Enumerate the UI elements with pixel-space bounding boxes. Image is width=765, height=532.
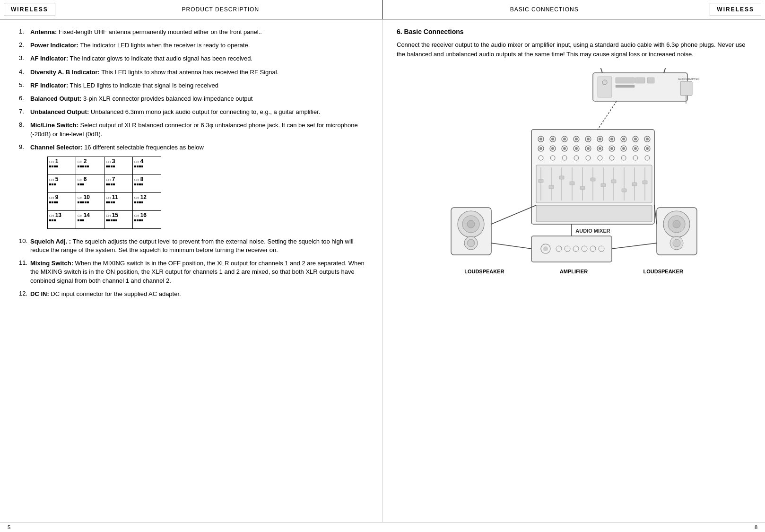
svg-point-50 xyxy=(622,147,625,150)
loudspeaker-right-label: LOUDSPEAKER xyxy=(643,269,683,274)
svg-point-22 xyxy=(575,138,578,140)
channel-cell: CH 7 xyxy=(104,174,133,192)
list-num: 8. xyxy=(19,121,30,128)
list-content: Antenna: Fixed-length UHF antenna perman… xyxy=(30,28,368,36)
list-num: 6. xyxy=(19,95,30,102)
list-item: 6. Balanced Output: 3-pin XLR connector … xyxy=(19,95,368,103)
list-item: 1. Antenna: Fixed-length UHF antenna per… xyxy=(19,28,368,36)
svg-point-30 xyxy=(622,138,625,140)
svg-rect-81 xyxy=(580,186,585,190)
list-content: RF Indicator: This LED lights to indicat… xyxy=(30,81,368,90)
svg-point-40 xyxy=(563,147,566,150)
channel-row: CH 1 CH 2 CH 3 CH 4 xyxy=(48,157,161,174)
list-content: Diversity A. B Indicator: This LED light… xyxy=(30,68,368,77)
channel-cell: CH 12 xyxy=(133,192,161,210)
page-num-left: 5 xyxy=(8,524,10,530)
svg-line-115 xyxy=(491,243,531,249)
list-num: 5. xyxy=(19,81,30,88)
bottom-labels: LOUDSPEAKER AMPLIFIER LOUDSPEAKER xyxy=(437,269,711,274)
svg-rect-3 xyxy=(616,78,635,83)
list-label: DC IN: xyxy=(30,290,49,297)
svg-rect-79 xyxy=(559,176,564,179)
channel-cell: CH 11 xyxy=(104,192,133,210)
svg-rect-12 xyxy=(680,81,692,96)
diagram-area: ALSO ADAPTER xyxy=(397,68,751,514)
header-product-desc-label: PRODUCT DESCRIPTION xyxy=(59,0,382,19)
channel-cell: CH 1 xyxy=(48,157,76,174)
channel-cell: CH 16 xyxy=(133,210,161,228)
list-content: DC IN: DC input connector for the suppli… xyxy=(30,290,368,298)
list-label: Channel Selector: xyxy=(30,144,83,151)
channel-row: CH 5 CH 6 CH 7 CH 8 xyxy=(48,174,161,192)
section-body: Connect the receiver output to the audio… xyxy=(397,40,751,59)
svg-point-36 xyxy=(539,147,542,150)
svg-rect-77 xyxy=(539,179,543,183)
product-description-list: 1. Antenna: Fixed-length UHF antenna per… xyxy=(19,28,368,152)
channel-cell: CH 6 xyxy=(76,174,104,192)
channel-cell: CH 14 xyxy=(76,210,104,228)
svg-point-95 xyxy=(467,239,475,247)
channel-cell: CH 13 xyxy=(48,210,76,228)
channel-cell: CH 15 xyxy=(104,210,133,228)
list-item: 8. Mic/Line Switch: Select output of XLR… xyxy=(19,121,368,138)
channel-row: CH 13 CH 14 CH 15 CH 16 xyxy=(48,210,161,228)
list-label: Diversity A. B Indicator: xyxy=(30,69,100,76)
channel-row: CH 9 CH 10 CH 11 CH 12 xyxy=(48,192,161,210)
header-wireless-left-label: WIRELESS xyxy=(4,3,55,16)
list-label: AF Indicator: xyxy=(30,55,68,62)
list-item: 11. Mixing Switch: When the MIXING switc… xyxy=(19,259,368,285)
svg-point-24 xyxy=(587,138,590,140)
list-num: 2. xyxy=(19,41,30,48)
list-num: 10. xyxy=(19,237,30,244)
product-description-list-lower: 10. Squelch Adj. : The squelch adjusts t… xyxy=(19,237,368,298)
svg-rect-88 xyxy=(536,205,652,222)
list-content: Squelch Adj. : The squelch adjusts the o… xyxy=(30,237,368,254)
list-content: Mic/Line Switch: Select output of XLR ba… xyxy=(30,121,368,138)
svg-point-54 xyxy=(646,147,649,150)
channel-cell: CH 4 xyxy=(133,157,161,174)
svg-line-7 xyxy=(600,68,602,73)
list-item: 2. Power Indicator: The indicator LED li… xyxy=(19,41,368,50)
svg-rect-78 xyxy=(549,185,554,189)
list-content: Balanced Output: 3-pin XLR connector pro… xyxy=(30,95,368,103)
page-num-right: 8 xyxy=(755,524,757,530)
svg-rect-84 xyxy=(611,180,616,183)
right-panel: 6. Basic Connections Connect the receive… xyxy=(382,19,765,522)
svg-rect-82 xyxy=(591,178,595,181)
header-basic-connections-label: BASIC CONNECTIONS xyxy=(382,6,706,13)
svg-point-20 xyxy=(563,138,566,140)
list-content: Mixing Switch: When the MIXING switch is… xyxy=(30,259,368,285)
header-left: WIRELESS PRODUCT DESCRIPTION xyxy=(0,0,382,19)
list-label: Squelch Adj. : xyxy=(30,238,71,245)
svg-rect-87 xyxy=(643,181,647,184)
svg-point-18 xyxy=(551,138,554,140)
svg-rect-4 xyxy=(616,85,635,87)
list-content: Power Indicator: The indicator LED light… xyxy=(30,41,368,50)
section-title: 6. Basic Connections xyxy=(397,28,751,35)
header: WIRELESS PRODUCT DESCRIPTION BASIC CONNE… xyxy=(0,0,765,19)
svg-point-42 xyxy=(575,147,578,150)
channel-cell: CH 2 xyxy=(76,157,104,174)
list-label: Unbalanced Output: xyxy=(30,108,89,115)
list-content: Unbalanced Output: Unbalanced 6.3mm mono… xyxy=(30,108,368,116)
svg-point-26 xyxy=(599,138,601,140)
header-right: BASIC CONNECTIONS WIRELESS xyxy=(382,0,765,19)
list-item: 9. Channel Selector: 16 different select… xyxy=(19,143,368,152)
channel-cell: CH 3 xyxy=(104,157,133,174)
list-item: 5. RF Indicator: This LED lights to indi… xyxy=(19,81,368,90)
channel-cell: CH 5 xyxy=(48,174,76,192)
svg-line-113 xyxy=(491,205,536,224)
svg-rect-5 xyxy=(635,78,645,83)
amplifier-label: AMPLIFIER xyxy=(560,269,588,274)
footer: 5 8 xyxy=(0,522,765,532)
list-content: AF Indicator: The indicator glows to ind… xyxy=(30,54,368,63)
list-item: 10. Squelch Adj. : The squelch adjusts t… xyxy=(19,237,368,254)
svg-point-34 xyxy=(646,138,649,140)
svg-point-28 xyxy=(610,138,613,140)
svg-rect-6 xyxy=(647,78,654,83)
left-panel: 1. Antenna: Fixed-length UHF antenna per… xyxy=(0,19,382,522)
channel-selector-table: CH 1 CH 2 CH 3 CH 4 xyxy=(47,157,161,229)
list-label: Antenna: xyxy=(30,28,57,35)
svg-point-104 xyxy=(543,246,548,251)
list-item: 12. DC IN: DC input connector for the su… xyxy=(19,290,368,298)
